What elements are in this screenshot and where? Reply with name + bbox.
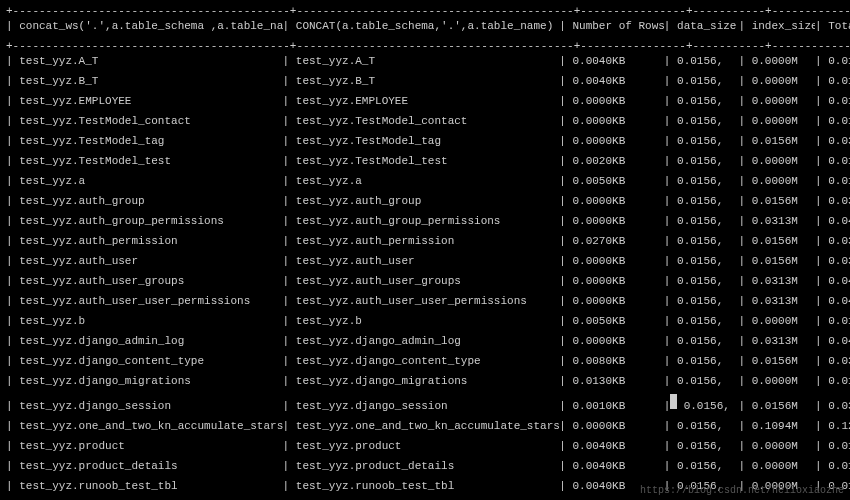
- cell-data: 0.0156,: [670, 74, 738, 89]
- cell-total: 0.0156M: [822, 439, 850, 454]
- cell-index: 0.0000M: [745, 54, 815, 69]
- cell-data: 0.0156,: [670, 294, 738, 309]
- cell-data: 0.0156,: [670, 214, 738, 229]
- cell-index: 0.0156M: [745, 399, 815, 414]
- cell-rows: 0.0020KB: [566, 154, 664, 169]
- cell-rows: 0.0000KB: [566, 214, 664, 229]
- table-row: | test_yyz.django_content_type | test_yy…: [6, 354, 844, 374]
- cell-index: 0.0156M: [745, 134, 815, 149]
- cell-rows: 0.0040KB: [566, 74, 664, 89]
- cell-rows: 0.0270KB: [566, 234, 664, 249]
- top-separator: +---------------------------------------…: [6, 4, 844, 19]
- cell-data: 0.0156,: [670, 419, 738, 434]
- table-row: | test_yyz.django_session | test_yyz.dja…: [6, 394, 844, 419]
- cell-data: 0.0156,: [670, 394, 738, 414]
- cell-rows: 0.0080KB: [566, 354, 664, 369]
- table-row: | test_yyz.TestModel_contact | test_yyz.…: [6, 114, 844, 134]
- cell-name1: test_yyz.one_and_two_kn_accumulate_stars: [13, 419, 283, 434]
- watermark: https://blog.csdn.net/helloxiaozhe: [640, 483, 844, 498]
- cell-name1: test_yyz.EMPLOYEE: [13, 94, 283, 109]
- cell-index: 0.0313M: [745, 334, 815, 349]
- cell-name2: test_yyz.A_T: [289, 54, 559, 69]
- cell-name1: test_yyz.auth_user_user_permissions: [13, 294, 283, 309]
- col-index-size: index_size: [745, 19, 815, 34]
- cell-data: 0.0156,: [670, 134, 738, 149]
- cell-total: 0.0156M: [822, 154, 850, 169]
- table-row: | test_yyz.auth_permission | test_yyz.au…: [6, 234, 844, 254]
- cell-name2: test_yyz.auth_user_groups: [289, 274, 559, 289]
- cell-total: 0.0156M: [822, 374, 850, 389]
- cell-index: 0.0000M: [745, 459, 815, 474]
- cell-total: 0.0313M: [822, 399, 850, 414]
- cell-index: 0.0313M: [745, 214, 815, 229]
- cell-data: 0.0156,: [670, 374, 738, 389]
- cell-rows: 0.0010KB: [566, 399, 664, 414]
- cell-name1: test_yyz.auth_user: [13, 254, 283, 269]
- cell-rows: 0.0000KB: [566, 334, 664, 349]
- cell-total: 0.0156M: [822, 459, 850, 474]
- cell-name1: test_yyz.a: [13, 174, 283, 189]
- table-row: | test_yyz.django_admin_log | test_yyz.d…: [6, 334, 844, 354]
- cell-index: 0.0156M: [745, 234, 815, 249]
- header-row: | concat_ws('.',a.table_schema ,a.table_…: [6, 19, 844, 39]
- cell-name2: test_yyz.TestModel_contact: [289, 114, 559, 129]
- cell-rows: 0.0000KB: [566, 94, 664, 109]
- table-row: | test_yyz.TestModel_test | test_yyz.Tes…: [6, 154, 844, 174]
- cell-index: 0.0000M: [745, 154, 815, 169]
- cell-total: 0.0156M: [822, 314, 850, 329]
- table-row: | test_yyz.auth_user_groups | test_yyz.a…: [6, 274, 844, 294]
- cell-name1: test_yyz.django_admin_log: [13, 334, 283, 349]
- cell-data: 0.0156,: [670, 154, 738, 169]
- col-data-size: data_size: [670, 19, 738, 34]
- cell-rows: 0.0050KB: [566, 174, 664, 189]
- cell-name2: test_yyz.runoob_test_tbl: [289, 479, 559, 494]
- cell-total: 0.0156M: [822, 74, 850, 89]
- cell-index: 0.0000M: [745, 374, 815, 389]
- cell-name1: test_yyz.auth_group_permissions: [13, 214, 283, 229]
- cell-name2: test_yyz.django_migrations: [289, 374, 559, 389]
- cell-name2: test_yyz.B_T: [289, 74, 559, 89]
- cell-total: 0.0313M: [822, 254, 850, 269]
- table-row: | test_yyz.a | test_yyz.a | 0.0050KB | 0…: [6, 174, 844, 194]
- col-concat: CONCAT(a.table_schema,'.',a.table_name): [289, 19, 559, 34]
- cell-name1: test_yyz.django_content_type: [13, 354, 283, 369]
- cell-total: 0.0469M: [822, 334, 850, 349]
- cell-total: 0.0313M: [822, 134, 850, 149]
- cell-rows: 0.0040KB: [566, 439, 664, 454]
- cell-index: 0.0156M: [745, 254, 815, 269]
- cell-total: 0.0156M: [822, 54, 850, 69]
- table-row: | test_yyz.b | test_yyz.b | 0.0050KB | 0…: [6, 314, 844, 334]
- cell-total: 0.0313M: [822, 234, 850, 249]
- cell-data: 0.0156,: [670, 354, 738, 369]
- cell-name1: test_yyz.product_details: [13, 459, 283, 474]
- cell-name1: test_yyz.django_migrations: [13, 374, 283, 389]
- col-rows: Number of Rows: [566, 19, 664, 34]
- cell-name1: test_yyz.auth_user_groups: [13, 274, 283, 289]
- cell-index: 0.0000M: [745, 74, 815, 89]
- table-row: | test_yyz.A_T | test_yyz.A_T | 0.0040KB…: [6, 54, 844, 74]
- cell-data: 0.0156,: [670, 174, 738, 189]
- cell-name2: test_yyz.django_session: [289, 399, 559, 414]
- mysql-result-table: +---------------------------------------…: [0, 0, 850, 500]
- table-row: | test_yyz.auth_group_permissions | test…: [6, 214, 844, 234]
- cell-name1: test_yyz.runoob_test_tbl: [13, 479, 283, 494]
- cell-name1: test_yyz.b: [13, 314, 283, 329]
- cell-name2: test_yyz.auth_group_permissions: [289, 214, 559, 229]
- cell-index: 0.0000M: [745, 174, 815, 189]
- cell-name1: test_yyz.auth_group: [13, 194, 283, 209]
- cell-rows: 0.0000KB: [566, 274, 664, 289]
- cell-data: 0.0156,: [670, 234, 738, 249]
- cell-name2: test_yyz.auth_group: [289, 194, 559, 209]
- cell-data: 0.0156,: [670, 194, 738, 209]
- cell-data: 0.0156,: [670, 54, 738, 69]
- table-row: | test_yyz.TestModel_tag | test_yyz.Test…: [6, 134, 844, 154]
- cell-name2: test_yyz.TestModel_test: [289, 154, 559, 169]
- cell-index: 0.0000M: [745, 439, 815, 454]
- cell-data: 0.0156,: [670, 94, 738, 109]
- cell-name2: test_yyz.auth_user_user_permissions: [289, 294, 559, 309]
- cell-name2: test_yyz.auth_permission: [289, 234, 559, 249]
- table-row: | test_yyz.EMPLOYEE | test_yyz.EMPLOYEE …: [6, 94, 844, 114]
- cell-total: 0.0156M: [822, 174, 850, 189]
- cell-rows: 0.0000KB: [566, 254, 664, 269]
- cell-name1: test_yyz.auth_permission: [13, 234, 283, 249]
